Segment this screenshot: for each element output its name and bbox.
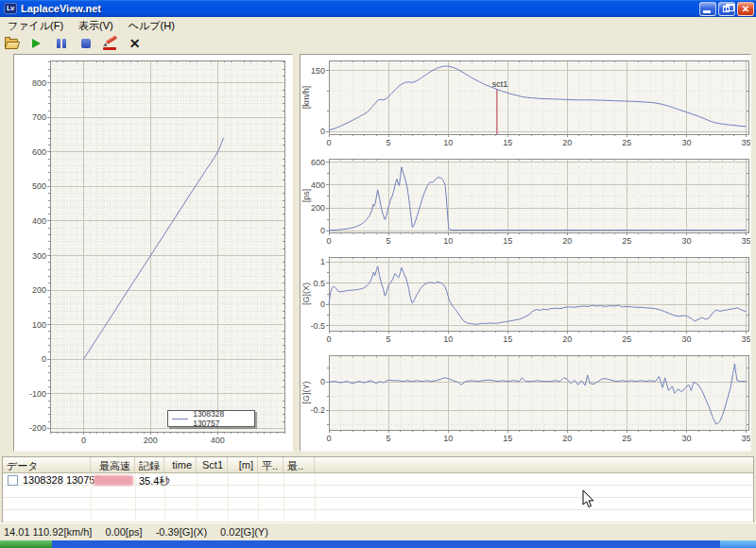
status-bar: 14.01 110.92[km/h] 0.00[ps] -0.39[G](X) … — [0, 522, 756, 540]
redacted-max-speed-value — [94, 475, 133, 486]
svg-text:35: 35 — [741, 334, 750, 344]
open-file-button[interactable] — [3, 35, 21, 52]
svg-text:400: 400 — [211, 436, 225, 445]
taskbar-strip[interactable] — [0, 540, 756, 548]
pause-button[interactable] — [52, 35, 70, 52]
column-header-4[interactable]: time — [164, 457, 197, 473]
svg-text:20: 20 — [562, 138, 572, 147]
telemetry-charts-panel: 051015202530350150sct1[km/h] 05101520253… — [300, 54, 751, 452]
column-header-3[interactable]: 記録 — [135, 457, 164, 473]
restore-button[interactable] — [718, 2, 735, 16]
svg-text:600: 600 — [32, 147, 46, 157]
table-row[interactable]: 1308328 130757 35.4秒 — [3, 473, 753, 487]
column-header-2[interactable]: 最高速 — [91, 457, 135, 473]
titlebar[interactable]: Lv LaplaceView.net ✕ — [0, 0, 756, 17]
window-title: LaplaceView.net — [21, 3, 101, 14]
svg-text:800: 800 — [32, 78, 46, 88]
track-chart-panel: 0200400-200-1000100200300400500600700800… — [13, 54, 293, 452]
column-header-6[interactable]: [m] — [228, 457, 258, 473]
svg-text:0: 0 — [320, 127, 325, 136]
gforce-y-chart[interactable]: 05101520253035-0.20[G](Y) — [301, 350, 750, 449]
svg-text:15: 15 — [503, 434, 512, 443]
marker-pen-icon — [102, 36, 118, 50]
stop-icon — [81, 39, 91, 48]
svg-text:0: 0 — [326, 334, 331, 344]
svg-text:15: 15 — [503, 138, 512, 147]
column-header-filler — [315, 457, 753, 473]
table-grid-row — [3, 498, 753, 510]
column-divider — [315, 473, 316, 522]
menubar: ファイル(F) 表示(V) ヘルプ(H) — [0, 17, 756, 32]
svg-text:35: 35 — [741, 138, 750, 147]
svg-text:200: 200 — [311, 203, 325, 213]
svg-text:1: 1 — [320, 257, 325, 266]
marker-button[interactable] — [101, 35, 119, 52]
svg-text:0: 0 — [320, 377, 325, 386]
svg-text:0: 0 — [326, 434, 331, 443]
folder-open-icon — [5, 38, 20, 49]
column-divider — [91, 473, 92, 522]
stop-button[interactable] — [77, 35, 94, 52]
column-divider — [258, 473, 259, 522]
column-divider — [284, 473, 284, 522]
svg-text:400: 400 — [32, 216, 46, 226]
svg-text:500: 500 — [32, 181, 46, 191]
svg-text:[km/h]: [km/h] — [301, 86, 311, 110]
gforce-x-chart[interactable]: 05101520253035-0.500.51[G](X) — [301, 251, 750, 350]
column-header-7[interactable]: 平.. — [258, 457, 284, 473]
svg-text:-100: -100 — [29, 389, 46, 399]
start-button-edge[interactable] — [0, 540, 52, 548]
app-window: { "window": { "title": "LaplaceView.net"… — [0, 0, 756, 548]
power-chart[interactable]: 051015202530350200400600[ps] — [301, 153, 750, 251]
menu-view[interactable]: 表示(V) — [71, 18, 121, 32]
column-header-1[interactable]: データ — [3, 457, 91, 473]
table-header-row: データ最高速記録timeSct1[m]平..最.. — [3, 457, 753, 473]
svg-text:100: 100 — [32, 320, 46, 330]
chart-legend: 1308328 130757 — [167, 410, 255, 427]
svg-text:0: 0 — [81, 436, 86, 445]
svg-text:[ps]: [ps] — [301, 189, 311, 203]
svg-text:10: 10 — [443, 138, 453, 147]
minimize-button[interactable] — [699, 2, 716, 16]
pause-icon — [57, 39, 66, 48]
column-divider — [164, 473, 165, 522]
svg-text:700: 700 — [32, 112, 46, 122]
svg-text:10: 10 — [443, 334, 453, 344]
speed-chart[interactable]: 051015202530350150sct1[km/h] — [301, 55, 750, 153]
svg-text:25: 25 — [622, 334, 631, 344]
svg-text:0: 0 — [326, 138, 331, 147]
column-header-5[interactable]: Sct1 — [197, 457, 228, 473]
svg-text:5: 5 — [387, 138, 391, 147]
svg-text:400: 400 — [311, 180, 325, 190]
menu-help[interactable]: ヘルプ(H) — [121, 18, 182, 32]
svg-text:200: 200 — [32, 285, 46, 295]
row-checkbox[interactable] — [8, 475, 18, 486]
close-icon: ✕ — [738, 3, 753, 15]
svg-text:200: 200 — [144, 436, 158, 445]
status-time-speed: 14.01 110.92[km/h] — [4, 526, 92, 538]
column-header-8[interactable]: 最.. — [284, 457, 315, 473]
play-button[interactable] — [27, 35, 45, 52]
mouse-cursor — [582, 489, 595, 509]
svg-text:-0.5: -0.5 — [310, 321, 325, 331]
column-divider — [197, 473, 198, 522]
svg-text:5: 5 — [387, 236, 391, 246]
delete-x-icon: ✕ — [129, 37, 141, 50]
table-body: 1308328 130757 35.4秒 — [3, 473, 753, 522]
track-chart[interactable]: 0200400-200-1000100200300400500600700800 — [14, 55, 292, 451]
menu-file[interactable]: ファイル(F) — [0, 18, 71, 32]
play-icon — [32, 39, 41, 48]
delete-button[interactable]: ✕ — [126, 35, 144, 52]
table-grid-row — [3, 486, 753, 498]
minimize-icon — [703, 10, 711, 13]
svg-text:20: 20 — [562, 236, 572, 246]
close-button[interactable]: ✕ — [737, 2, 754, 16]
svg-text:30: 30 — [681, 236, 691, 246]
svg-text:15: 15 — [503, 334, 512, 344]
svg-text:15: 15 — [503, 236, 512, 246]
svg-text:600: 600 — [311, 158, 325, 167]
svg-text:300: 300 — [32, 251, 46, 261]
system-tray-edge[interactable] — [720, 540, 756, 548]
svg-text:25: 25 — [622, 138, 631, 147]
restore-icon — [723, 6, 730, 12]
